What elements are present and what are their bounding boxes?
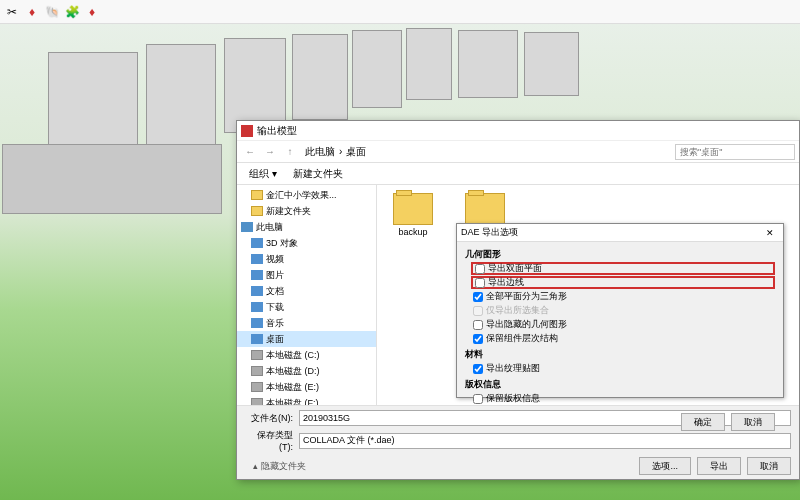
folder-icon bbox=[393, 193, 433, 225]
blue-icon bbox=[251, 286, 263, 296]
tree-item[interactable]: 文档 bbox=[237, 283, 376, 299]
section-materials: 材料 bbox=[465, 348, 775, 361]
nav-up-icon[interactable]: ↑ bbox=[281, 144, 299, 160]
folder-icon bbox=[465, 193, 505, 225]
breadcrumb-pc: 此电脑 bbox=[305, 145, 335, 159]
tool-gem-icon[interactable]: ♦ bbox=[84, 4, 100, 20]
check-texture-maps[interactable]: 导出纹理贴图 bbox=[465, 362, 775, 375]
tree-item[interactable]: 本地磁盘 (F:) bbox=[237, 395, 376, 405]
export-titlebar[interactable]: 输出模型 bbox=[237, 121, 799, 141]
tree-item[interactable]: 3D 对象 bbox=[237, 235, 376, 251]
tree-label: 金汇中小学效果... bbox=[266, 189, 337, 202]
tree-label: 新建文件夹 bbox=[266, 205, 311, 218]
tree-label: 视频 bbox=[266, 253, 284, 266]
tree-item[interactable]: 金汇中小学效果... bbox=[237, 187, 376, 203]
tree-label: 文档 bbox=[266, 285, 284, 298]
dialog-toolbar: 组织 ▾ 新建文件夹 bbox=[237, 163, 799, 185]
sketchup-icon bbox=[241, 125, 253, 137]
tree-label: 本地磁盘 (E:) bbox=[266, 381, 319, 394]
folder-tree[interactable]: 金汇中小学效果...新建文件夹此电脑3D 对象视频图片文档下载音乐桌面本地磁盘 … bbox=[237, 185, 377, 405]
check-hierarchy[interactable]: 保留组件层次结构 bbox=[465, 332, 775, 345]
folder-icon bbox=[251, 190, 263, 200]
tree-item[interactable]: 桌面 bbox=[237, 331, 376, 347]
tool-shell-icon[interactable]: 🐚 bbox=[44, 4, 60, 20]
tree-label: 本地磁盘 (D:) bbox=[266, 365, 320, 378]
tool-puzzle-icon[interactable]: 🧩 bbox=[64, 4, 80, 20]
organize-button[interactable]: 组织 ▾ bbox=[245, 165, 281, 183]
export-title: 输出模型 bbox=[257, 124, 297, 138]
tree-item[interactable]: 音乐 bbox=[237, 315, 376, 331]
tree-label: 桌面 bbox=[266, 333, 284, 346]
blue-icon bbox=[251, 302, 263, 312]
cancel-button[interactable]: 取消 bbox=[747, 457, 791, 475]
tree-item[interactable]: 此电脑 bbox=[237, 219, 376, 235]
folder-icon bbox=[251, 206, 263, 216]
new-folder-button[interactable]: 新建文件夹 bbox=[289, 165, 347, 183]
section-geometry: 几何图形 bbox=[465, 248, 775, 261]
breadcrumb[interactable]: 此电脑 › 桌面 bbox=[301, 145, 673, 159]
blue-icon bbox=[251, 334, 263, 344]
tree-label: 本地磁盘 (F:) bbox=[266, 397, 319, 406]
tree-item[interactable]: 下载 bbox=[237, 299, 376, 315]
blue-icon bbox=[251, 238, 263, 248]
tree-label: 音乐 bbox=[266, 317, 284, 330]
disk-icon bbox=[251, 350, 263, 360]
tree-item[interactable]: 本地磁盘 (E:) bbox=[237, 379, 376, 395]
disk-icon bbox=[251, 366, 263, 376]
options-cancel-button[interactable]: 取消 bbox=[731, 413, 775, 431]
folder-item[interactable]: backup bbox=[385, 193, 441, 237]
blue-icon bbox=[251, 318, 263, 328]
dae-options-dialog: DAE 导出选项 ✕ 几何图形 导出双面平面 导出边线 全部平面分为三角形 仅导… bbox=[456, 223, 784, 398]
check-only-selected: 仅导出所选集合 bbox=[465, 304, 775, 317]
tree-item[interactable]: 新建文件夹 bbox=[237, 203, 376, 219]
options-title: DAE 导出选项 bbox=[461, 226, 518, 239]
blue-icon bbox=[251, 270, 263, 280]
nav-back-icon[interactable]: ← bbox=[241, 144, 259, 160]
pc-icon bbox=[241, 222, 253, 232]
blue-icon bbox=[251, 254, 263, 264]
tree-item[interactable]: 视频 bbox=[237, 251, 376, 267]
check-edges[interactable]: 导出边线 bbox=[471, 276, 775, 289]
close-icon[interactable]: ✕ bbox=[761, 226, 779, 240]
filetype-label: 保存类型(T): bbox=[245, 429, 293, 452]
nav-fwd-icon[interactable]: → bbox=[261, 144, 279, 160]
check-two-faces[interactable]: 导出双面平面 bbox=[471, 262, 775, 275]
tree-label: 此电脑 bbox=[256, 221, 283, 234]
options-titlebar[interactable]: DAE 导出选项 ✕ bbox=[457, 224, 783, 242]
tree-label: 本地磁盘 (C:) bbox=[266, 349, 320, 362]
section-copyright: 版权信息 bbox=[465, 378, 775, 391]
check-triangulate[interactable]: 全部平面分为三角形 bbox=[465, 290, 775, 303]
check-hidden[interactable]: 导出隐藏的几何图形 bbox=[465, 318, 775, 331]
tree-label: 图片 bbox=[266, 269, 284, 282]
tree-item[interactable]: 图片 bbox=[237, 267, 376, 283]
hide-folders-toggle[interactable]: ▴ 隐藏文件夹 bbox=[245, 458, 306, 473]
filename-label: 文件名(N): bbox=[245, 412, 293, 425]
tree-item[interactable]: 本地磁盘 (D:) bbox=[237, 363, 376, 379]
tree-item[interactable]: 本地磁盘 (C:) bbox=[237, 347, 376, 363]
tree-label: 下载 bbox=[266, 301, 284, 314]
breadcrumb-desktop: 桌面 bbox=[346, 145, 366, 159]
search-input[interactable] bbox=[675, 144, 795, 160]
folder-label: backup bbox=[398, 227, 427, 237]
tool-scissors-icon[interactable]: ✂ bbox=[4, 4, 20, 20]
nav-bar: ← → ↑ 此电脑 › 桌面 bbox=[237, 141, 799, 163]
check-preserve-credit[interactable]: 保留版权信息 bbox=[465, 392, 775, 405]
disk-icon bbox=[251, 382, 263, 392]
export-button[interactable]: 导出 bbox=[697, 457, 741, 475]
tree-label: 3D 对象 bbox=[266, 237, 298, 250]
disk-icon bbox=[251, 398, 263, 405]
tool-diamond-icon[interactable]: ♦ bbox=[24, 4, 40, 20]
options-ok-button[interactable]: 确定 bbox=[681, 413, 725, 431]
main-toolbar: ✂ ♦ 🐚 🧩 ♦ bbox=[0, 0, 800, 24]
options-button[interactable]: 选项... bbox=[639, 457, 691, 475]
